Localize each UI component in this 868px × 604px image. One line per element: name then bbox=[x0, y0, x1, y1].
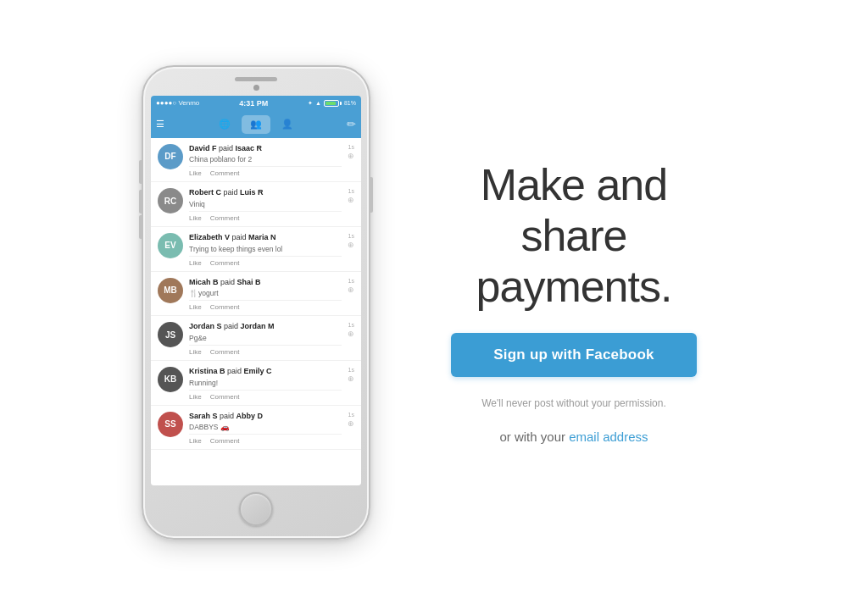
status-bar: ●●●●○ Venmo 4:31 PM ✦ ▲ 81% bbox=[151, 96, 361, 111]
phone-camera bbox=[253, 85, 259, 91]
comment-button[interactable]: Comment bbox=[210, 303, 240, 311]
feed-user: Elizabeth V bbox=[189, 233, 230, 241]
page-container: ●●●●○ Venmo 4:31 PM ✦ ▲ 81% bbox=[0, 0, 868, 604]
comment-button[interactable]: Comment bbox=[210, 259, 240, 267]
like-button[interactable]: Like bbox=[189, 169, 202, 177]
feed-content: David F paid Isaac R China poblano for 2… bbox=[189, 144, 342, 182]
feed-actions: Like Comment bbox=[189, 345, 342, 360]
headline: Make and share payments. bbox=[421, 160, 726, 312]
iphone-frame: ●●●●○ Venmo 4:31 PM ✦ ▲ 81% bbox=[142, 65, 370, 540]
feed-time: 1s bbox=[348, 367, 354, 373]
feed-user: David F bbox=[189, 144, 217, 152]
feed-text: Robert C paid Luis R bbox=[189, 188, 342, 198]
feed-actions: Like Comment bbox=[189, 166, 342, 181]
feed-meta: 1s ⊕ bbox=[348, 144, 354, 160]
like-button[interactable]: Like bbox=[189, 437, 202, 445]
compose-icon[interactable]: ✏ bbox=[347, 118, 356, 130]
avatar: KB bbox=[158, 367, 183, 392]
feed-time: 1s bbox=[348, 412, 354, 418]
feed-recipient: Isaac R bbox=[236, 144, 263, 152]
comment-button[interactable]: Comment bbox=[210, 393, 240, 401]
feed-meta: 1s ⊕ bbox=[348, 188, 354, 204]
like-button[interactable]: Like bbox=[189, 303, 202, 311]
feed-content: Sarah S paid Abby D DABBYS 🚗 Like Commen… bbox=[189, 412, 342, 450]
feed-user: Jordan S bbox=[189, 322, 222, 330]
phone-mockup: ●●●●○ Venmo 4:31 PM ✦ ▲ 81% bbox=[142, 65, 370, 540]
feed-time: 1s bbox=[348, 278, 354, 284]
feed-recipient: Shai B bbox=[237, 278, 261, 286]
feed-text: Micah B paid Shai B bbox=[189, 278, 342, 288]
feed-description: Viniq bbox=[189, 200, 342, 208]
avatar: MB bbox=[158, 278, 183, 303]
comment-button[interactable]: Comment bbox=[210, 169, 240, 177]
status-icons: ✦ ▲ 81% bbox=[308, 100, 356, 107]
feed-meta: 1s ⊕ bbox=[348, 367, 354, 383]
like-button[interactable]: Like bbox=[189, 348, 202, 356]
avatar: RC bbox=[158, 188, 183, 213]
email-link[interactable]: email address bbox=[569, 429, 648, 444]
feed-actions: Like Comment bbox=[189, 300, 342, 315]
feed-time: 1s bbox=[348, 233, 354, 239]
feed-meta: 1s ⊕ bbox=[348, 278, 354, 294]
comment-button[interactable]: Comment bbox=[210, 437, 240, 445]
feed-item: SS Sarah S paid Abby D DABBYS 🚗 Like Com… bbox=[151, 406, 361, 451]
hamburger-icon[interactable]: ☰ bbox=[156, 119, 164, 130]
feed-item: DF David F paid Isaac R China poblano fo… bbox=[151, 138, 361, 183]
feed-time: 1s bbox=[348, 188, 354, 194]
nav-tab-globe[interactable]: 🌐 bbox=[210, 115, 239, 134]
feed-actions: Like Comment bbox=[189, 211, 342, 226]
feed-description: DABBYS 🚗 bbox=[189, 423, 342, 431]
feed-item: EV Elizabeth V paid Maria N Trying to ke… bbox=[151, 227, 361, 272]
feed-content: Jordan S paid Jordan M Pg&e Like Comment bbox=[189, 322, 342, 360]
like-button[interactable]: Like bbox=[189, 259, 202, 267]
public-icon: ⊕ bbox=[348, 374, 354, 383]
status-time: 4:31 PM bbox=[239, 99, 268, 108]
feed-actions: Like Comment bbox=[189, 390, 342, 405]
feed-recipient: Abby D bbox=[236, 412, 264, 420]
battery-text: 81% bbox=[344, 100, 356, 106]
feed-content: Robert C paid Luis R Viniq Like Comment bbox=[189, 188, 342, 226]
feed-actions: Like Comment bbox=[189, 434, 342, 449]
phone-speaker bbox=[235, 77, 277, 81]
feed-time: 1s bbox=[348, 322, 354, 328]
battery-fill bbox=[326, 102, 336, 105]
permission-text: We'll never post without your permission… bbox=[481, 397, 666, 409]
feed-time: 1s bbox=[348, 144, 354, 150]
comment-button[interactable]: Comment bbox=[210, 214, 240, 222]
public-icon: ⊕ bbox=[348, 196, 354, 204]
nav-tab-person[interactable]: 👤 bbox=[273, 115, 302, 134]
feed-text: Elizabeth V paid Maria N bbox=[189, 233, 342, 243]
like-button[interactable]: Like bbox=[189, 393, 202, 401]
public-icon: ⊕ bbox=[348, 285, 354, 294]
feed-actions: Like Comment bbox=[189, 256, 342, 271]
feed-recipient: Emily C bbox=[244, 367, 272, 375]
or-label: or with your bbox=[499, 429, 569, 444]
avatar: EV bbox=[158, 233, 183, 258]
feed-user: Micah B bbox=[189, 278, 219, 286]
home-button[interactable] bbox=[239, 492, 273, 526]
feed-user: Sarah S bbox=[189, 412, 218, 420]
feed-item: JS Jordan S paid Jordan M Pg&e Like Comm… bbox=[151, 316, 361, 361]
battery-indicator bbox=[324, 100, 342, 107]
right-panel: Make and share payments. Sign up with Fa… bbox=[421, 160, 726, 443]
bluetooth-icon: ✦ bbox=[308, 100, 313, 107]
feed-meta: 1s ⊕ bbox=[348, 233, 354, 249]
feed-recipient: Maria N bbox=[248, 233, 276, 241]
carrier-text: ●●●●○ Venmo bbox=[156, 99, 199, 107]
phone-screen: ●●●●○ Venmo 4:31 PM ✦ ▲ 81% bbox=[151, 96, 361, 485]
headline-line1: Make and bbox=[481, 160, 667, 209]
signup-facebook-button[interactable]: Sign up with Facebook bbox=[451, 333, 697, 377]
feed-content: Micah B paid Shai B 🍴yogurt Like Comment bbox=[189, 278, 342, 316]
nav-tab-friends[interactable]: 👥 bbox=[242, 115, 270, 134]
like-button[interactable]: Like bbox=[189, 214, 202, 222]
headline-line2: share payments. bbox=[476, 211, 672, 311]
feed-user: Robert C bbox=[189, 188, 221, 197]
feed-text: David F paid Isaac R bbox=[189, 144, 342, 154]
feed-meta: 1s ⊕ bbox=[348, 412, 354, 428]
battery-tip bbox=[340, 102, 342, 105]
app-nav-bar: ☰ 🌐 👥 👤 ✏ bbox=[151, 111, 361, 138]
globe-icon: 🌐 bbox=[219, 119, 231, 130]
comment-button[interactable]: Comment bbox=[210, 348, 240, 356]
battery-bar bbox=[324, 100, 339, 107]
feed-content: Elizabeth V paid Maria N Trying to keep … bbox=[189, 233, 342, 271]
